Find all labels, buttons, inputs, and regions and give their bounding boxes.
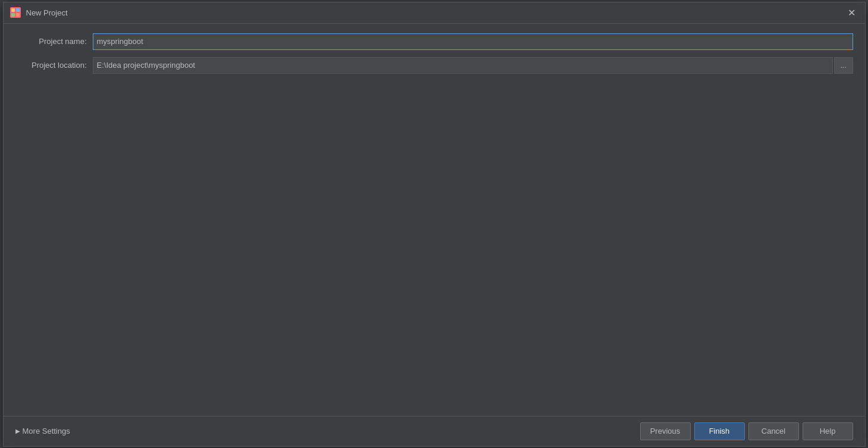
app-icon — [10, 7, 21, 18]
project-location-input-container: ... — [93, 57, 853, 74]
finish-button[interactable]: Finish — [694, 422, 745, 440]
project-name-input-container — [93, 33, 853, 50]
project-name-row: Project name: — [15, 33, 853, 50]
browse-button[interactable]: ... — [834, 57, 853, 74]
dialog-body: Project name: Project location: ... — [4, 24, 865, 416]
previous-button[interactable]: Previous — [640, 422, 691, 440]
project-name-label: Project name: — [15, 37, 93, 46]
footer-buttons: Previous Finish Cancel Help — [640, 422, 853, 440]
svg-rect-4 — [16, 13, 20, 17]
project-location-input[interactable] — [93, 57, 833, 74]
title-bar: New Project ✕ — [4, 2, 865, 24]
help-button[interactable]: Help — [803, 422, 853, 440]
svg-rect-2 — [16, 8, 20, 12]
more-settings-label: More Settings — [23, 427, 70, 436]
close-icon: ✕ — [848, 7, 856, 18]
new-project-dialog: New Project ✕ Project name: Project loca… — [3, 2, 866, 447]
svg-rect-3 — [11, 13, 15, 17]
content-area — [15, 83, 853, 406]
more-settings-arrow: ▶ — [15, 428, 20, 434]
cancel-button[interactable]: Cancel — [748, 422, 799, 440]
dialog-title: New Project — [26, 8, 845, 17]
project-location-row: Project location: ... — [15, 57, 853, 74]
dialog-footer: ▶ More Settings Previous Finish Cancel H… — [4, 416, 865, 446]
close-button[interactable]: ✕ — [845, 5, 859, 20]
browse-icon: ... — [840, 61, 846, 70]
project-location-label: Project location: — [15, 61, 93, 70]
more-settings-toggle[interactable]: ▶ More Settings — [15, 427, 70, 436]
project-name-input[interactable] — [93, 33, 853, 50]
svg-rect-1 — [11, 8, 15, 12]
